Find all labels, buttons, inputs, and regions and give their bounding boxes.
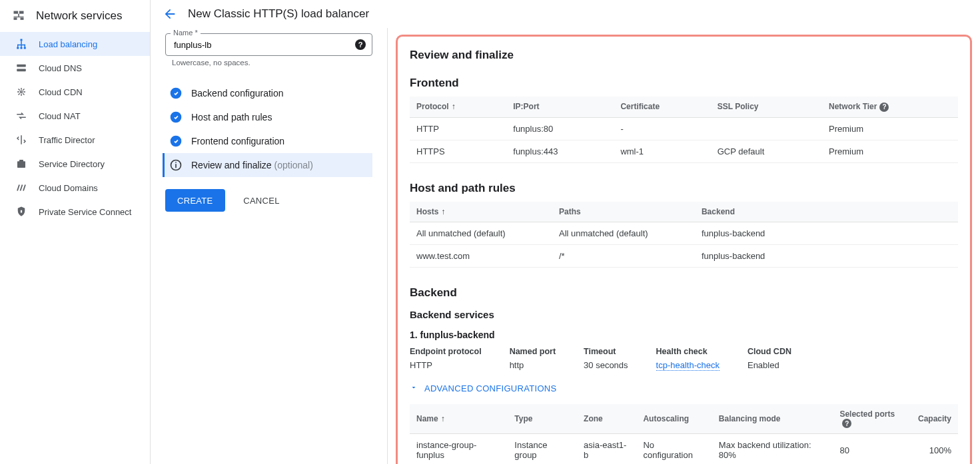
table-row: www.test.com /* funplus-backend (410, 244, 958, 267)
col-name[interactable]: Name↑ (410, 404, 508, 434)
meta-label: Endpoint protocol (410, 347, 482, 356)
svg-rect-19 (19, 160, 23, 162)
meta-value: 30 seconds (584, 360, 628, 370)
svg-rect-8 (21, 47, 23, 49)
svg-rect-3 (14, 18, 17, 20)
col-protocol[interactable]: Protocol↑ (410, 97, 506, 117)
svg-rect-6 (21, 39, 23, 41)
svg-point-22 (171, 112, 182, 123)
sidebar-item-label: Private Service Connect (39, 207, 131, 217)
col-paths[interactable]: Paths (552, 202, 695, 222)
svg-rect-16 (17, 69, 26, 72)
svg-rect-5 (14, 17, 24, 17)
col-ipport[interactable]: IP:Port (506, 97, 614, 117)
sidebar-title: Network services (36, 9, 122, 23)
svg-rect-9 (24, 47, 26, 49)
sidebar-item-cloud-domains[interactable]: Cloud Domains (0, 176, 150, 200)
sidebar: Network services Load balancing Cloud DN… (0, 0, 151, 464)
cloud-dns-icon (15, 61, 28, 75)
sort-up-icon: ↑ (452, 102, 456, 111)
page-title: New Classic HTTP(S) load balancer (188, 7, 369, 21)
table-row: instance-group-funplus Instance group as… (410, 434, 958, 465)
sidebar-item-traffic-director[interactable]: Traffic Director (0, 128, 150, 152)
col-zone[interactable]: Zone (577, 404, 636, 434)
svg-rect-10 (21, 41, 22, 45)
sidebar-item-label: Traffic Director (39, 135, 95, 145)
step-label: Host and path rules (191, 112, 272, 122)
back-arrow-icon[interactable] (163, 7, 177, 21)
table-row: HTTP funplus:80 - Premium (410, 117, 958, 140)
step-review-finalize[interactable]: Review and finalize (optional) (163, 153, 372, 177)
col-balancing-mode[interactable]: Balancing mode (712, 404, 833, 434)
col-capacity[interactable]: Capacity (911, 404, 958, 434)
traffic-director-icon (15, 133, 28, 146)
svg-point-17 (21, 91, 23, 93)
svg-rect-12 (17, 45, 19, 47)
sidebar-item-label: Cloud NAT (39, 111, 81, 121)
col-autoscaling[interactable]: Autoscaling (636, 404, 712, 434)
sidebar-item-load-balancing[interactable]: Load balancing (0, 32, 150, 56)
col-hosts[interactable]: Hosts↑ (410, 202, 552, 222)
help-icon[interactable]: ? (842, 419, 851, 428)
col-network-tier[interactable]: Network Tier? (822, 97, 958, 117)
create-button[interactable]: CREATE (165, 189, 225, 212)
meta-label: Health check (656, 347, 720, 356)
check-circle-icon (169, 110, 183, 124)
hostpath-table: Hosts↑ Paths Backend All unmatched (defa… (410, 202, 958, 268)
sidebar-item-cloud-cdn[interactable]: Cloud CDN (0, 80, 150, 104)
cloud-nat-icon (15, 109, 28, 122)
cancel-button[interactable]: CANCEL (239, 195, 284, 206)
meta-value: Enabled (747, 360, 791, 370)
svg-rect-15 (17, 65, 26, 67)
meta-value: http (510, 360, 556, 370)
sidebar-item-label: Load balancing (39, 39, 97, 49)
col-backend[interactable]: Backend (695, 202, 958, 222)
svg-point-21 (171, 88, 182, 99)
name-input-wrap: Name * ? (165, 33, 372, 56)
private-service-connect-icon (15, 205, 28, 218)
meta-label: Timeout (584, 347, 628, 356)
step-label: Frontend configuration (191, 136, 284, 146)
svg-rect-2 (18, 14, 19, 17)
sidebar-item-cloud-nat[interactable]: Cloud NAT (0, 104, 150, 128)
col-certificate[interactable]: Certificate (614, 97, 710, 117)
svg-rect-13 (25, 45, 26, 47)
step-frontend-configuration[interactable]: Frontend configuration (163, 129, 372, 153)
backend-services-heading: Backend services (410, 309, 958, 320)
check-circle-icon (169, 134, 183, 148)
name-input[interactable] (165, 33, 372, 56)
help-icon[interactable]: ? (879, 103, 889, 112)
col-ssl-policy[interactable]: SSL Policy (711, 97, 822, 117)
meta-value: HTTP (410, 360, 482, 370)
cloud-cdn-icon (15, 85, 28, 99)
svg-point-23 (171, 136, 182, 147)
col-selected-ports[interactable]: Selected ports? (833, 404, 911, 434)
col-type[interactable]: Type (508, 404, 577, 434)
svg-rect-0 (14, 11, 19, 14)
review-panel: Review and finalize Frontend Protocol↑ I… (388, 28, 980, 464)
help-icon[interactable]: ? (355, 39, 366, 50)
sidebar-item-cloud-dns[interactable]: Cloud DNS (0, 56, 150, 80)
load-balancing-icon (15, 37, 28, 51)
frontend-heading: Frontend (410, 77, 958, 90)
hostpath-heading: Host and path rules (410, 182, 958, 195)
advanced-configurations-toggle[interactable]: ADVANCED CONFIGURATIONS (410, 383, 958, 393)
review-heading: Review and finalize (410, 49, 958, 62)
step-host-path-rules[interactable]: Host and path rules (163, 105, 372, 129)
instance-group-table: Name↑ Type Zone Autoscaling Balancing mo… (410, 404, 958, 465)
step-backend-configuration[interactable]: Backend configuration (163, 81, 372, 105)
table-row: HTTPS funplus:443 wml-1 GCP default Prem… (410, 140, 958, 162)
backend-heading: Backend (410, 286, 958, 300)
sidebar-item-label: Cloud Domains (39, 183, 98, 193)
frontend-table: Protocol↑ IP:Port Certificate SSL Policy… (410, 97, 958, 163)
chevron-down-icon (410, 383, 420, 393)
service-directory-icon (15, 157, 28, 170)
sidebar-item-service-directory[interactable]: Service Directory (0, 152, 150, 176)
backend-meta: Endpoint protocol HTTP Named port http T… (410, 347, 958, 370)
health-check-link[interactable]: tcp-health-check (656, 360, 720, 371)
meta-label: Named port (510, 347, 556, 356)
config-panel: Name * ? Lowercase, no spaces. Backend c… (151, 28, 388, 464)
sidebar-item-private-service-connect[interactable]: Private Service Connect (0, 200, 150, 224)
network-services-icon (12, 9, 25, 23)
review-box-highlighted: Review and finalize Frontend Protocol↑ I… (396, 35, 972, 464)
